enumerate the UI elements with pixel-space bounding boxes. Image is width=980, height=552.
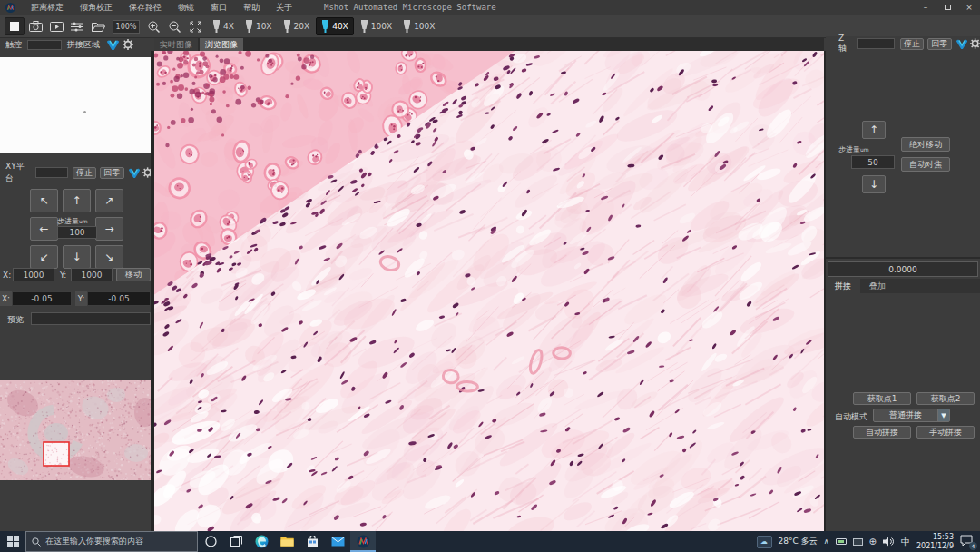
v-checkmark-icon[interactable] xyxy=(129,168,140,178)
auto-stitch-button[interactable]: 自动拼接 xyxy=(853,426,911,439)
network-globe-icon[interactable]: ⊕ xyxy=(869,537,877,547)
preview-row: 预览 xyxy=(0,312,152,325)
weather-icon[interactable]: ☁ xyxy=(757,536,772,548)
xy-step-input[interactable]: 100 xyxy=(57,226,97,239)
navigation-thumbnail[interactable] xyxy=(0,380,151,480)
autofocus-button[interactable]: 自动对焦 xyxy=(901,157,950,172)
microscope-image[interactable] xyxy=(154,51,824,531)
xy-move-button[interactable]: 移动 xyxy=(116,268,151,281)
start-button[interactable] xyxy=(0,531,25,552)
fit-screen-button[interactable] xyxy=(185,17,205,35)
main-toolbar: 100% 4X xyxy=(0,15,980,38)
z-zero-button[interactable]: 回零 xyxy=(927,38,951,50)
objective-40x-button[interactable]: 40X xyxy=(316,17,354,35)
z-down-button[interactable]: ↓ xyxy=(862,175,886,193)
taskbar-search-input[interactable]: 在这里输入你要搜索的内容 xyxy=(25,531,198,552)
xy-stop-button[interactable]: 停止 xyxy=(73,167,96,179)
fit-screen-icon xyxy=(190,21,201,33)
stop-capture-button[interactable] xyxy=(5,17,24,35)
touch-pad-area[interactable] xyxy=(0,57,151,153)
preview-field[interactable] xyxy=(31,312,151,325)
mail-button[interactable] xyxy=(325,531,350,552)
z-axis-header: Z轴 停止 回零 xyxy=(826,36,980,51)
minimize-button[interactable]: – xyxy=(915,0,936,15)
objective-20x-button[interactable]: 20X xyxy=(279,18,315,34)
task-view-icon xyxy=(230,536,242,547)
volume-icon[interactable] xyxy=(883,537,895,547)
objective-10x-button[interactable]: 10X xyxy=(240,18,277,34)
move-left-button[interactable]: ← xyxy=(30,217,58,241)
gear-icon[interactable] xyxy=(122,39,133,50)
menu-objective[interactable]: 物镜 xyxy=(170,2,202,14)
move-down-right-button[interactable]: ↘ xyxy=(95,245,123,269)
z-step-input[interactable]: 50 xyxy=(851,155,895,169)
y-position-value: -0.05 xyxy=(87,291,151,306)
battery-icon[interactable] xyxy=(836,538,847,545)
get-point-2-button[interactable]: 获取点2 xyxy=(916,392,975,405)
menu-tilt-correction[interactable]: 倾角校正 xyxy=(72,2,121,14)
z-up-button[interactable]: ↑ xyxy=(862,121,886,139)
action-center-button[interactable]: 4 xyxy=(960,535,975,548)
tab-live-image[interactable]: 实时图像 xyxy=(154,38,198,51)
touch-pad-cursor xyxy=(83,111,86,113)
x-target-input[interactable]: 1000 xyxy=(13,268,54,281)
xy-stage-input[interactable] xyxy=(35,167,68,178)
mshot-app-button[interactable] xyxy=(350,531,376,552)
move-right-button[interactable]: → xyxy=(95,217,123,241)
video-icon xyxy=(50,22,64,32)
snapshot-button[interactable] xyxy=(25,17,45,35)
image-tab-strip: 实时图像 浏览图像 xyxy=(154,38,824,51)
menu-help[interactable]: 帮助 xyxy=(235,2,268,14)
menu-save-path[interactable]: 保存路径 xyxy=(121,2,170,14)
edge-button[interactable] xyxy=(249,531,274,552)
tab-overlay[interactable]: 叠加 xyxy=(860,279,895,293)
xy-zero-button[interactable]: 回零 xyxy=(100,167,123,179)
objective-100x-button[interactable]: 100X xyxy=(356,18,397,34)
chevron-down-icon: ▼ xyxy=(937,409,949,421)
weather-text[interactable]: 28°C 多云 xyxy=(779,536,818,547)
open-folder-button[interactable] xyxy=(88,17,108,35)
move-down-left-button[interactable]: ↙ xyxy=(30,245,58,269)
task-view-button[interactable] xyxy=(223,531,249,552)
y-pos-label: Y: xyxy=(75,291,87,306)
zoom-in-button[interactable] xyxy=(143,17,163,35)
z-stop-button[interactable]: 停止 xyxy=(900,38,924,50)
objective-icon xyxy=(321,20,329,33)
store-button[interactable] xyxy=(299,531,325,552)
y-target-input[interactable]: 1000 xyxy=(71,268,113,281)
objective-4x-button[interactable]: 4X xyxy=(208,18,239,34)
device-icon[interactable] xyxy=(853,538,863,546)
v-checkmark-icon[interactable] xyxy=(107,40,119,50)
divider xyxy=(826,257,980,259)
settings-sliders-button[interactable] xyxy=(67,17,87,35)
tab-browse-image[interactable]: 浏览图像 xyxy=(200,38,243,51)
objective-100x-oil-button[interactable]: 100X xyxy=(398,18,439,34)
cortana-button[interactable] xyxy=(198,531,223,552)
v-checkmark-icon[interactable] xyxy=(956,39,967,49)
file-explorer-button[interactable] xyxy=(274,531,299,552)
stitch-mode-dropdown[interactable]: 普通拼接 ▼ xyxy=(873,409,950,422)
tab-stitch[interactable]: 拼接 xyxy=(826,279,860,293)
get-point-1-button[interactable]: 获取点1 xyxy=(853,392,911,405)
taskbar-clock[interactable]: 15:53 2021/12/9 xyxy=(916,533,954,551)
manual-stitch-button[interactable]: 手动拼接 xyxy=(916,426,975,439)
move-down-button[interactable]: ↓ xyxy=(63,245,91,269)
absolute-move-button[interactable]: 绝对移动 xyxy=(901,137,950,152)
move-up-button[interactable]: ↑ xyxy=(63,189,91,212)
menu-about[interactable]: 关于 xyxy=(268,2,300,14)
move-up-left-button[interactable]: ↖ xyxy=(30,189,58,212)
touch-input[interactable] xyxy=(27,40,62,50)
record-video-button[interactable] xyxy=(46,17,66,35)
z-axis-input[interactable] xyxy=(857,38,894,49)
display-zoom-select[interactable]: 100% xyxy=(113,20,140,34)
close-button[interactable]: × xyxy=(958,0,980,15)
menu-distance-calibration[interactable]: 距离标定 xyxy=(23,2,72,14)
move-up-right-button[interactable]: ↗ xyxy=(95,189,123,212)
hidden-icons-chevron[interactable]: ∧ xyxy=(824,537,829,546)
zoom-out-button[interactable] xyxy=(164,17,184,35)
right-panel: Z轴 停止 回零 ↑ 步进量um 50 ↓ 绝对移动 自动对焦 0.0000 xyxy=(826,36,980,531)
ime-indicator[interactable]: 中 xyxy=(901,536,910,548)
menu-window[interactable]: 窗口 xyxy=(202,2,235,14)
gear-icon[interactable] xyxy=(970,38,980,49)
maximize-button[interactable] xyxy=(936,0,958,15)
